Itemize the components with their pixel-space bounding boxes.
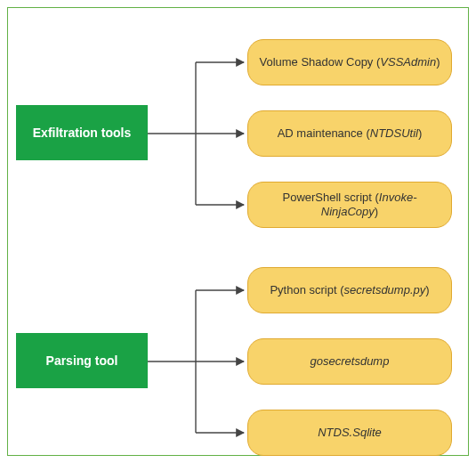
item-text: Volume Shadow Copy (VSSAdmin) xyxy=(259,55,440,69)
category-exfiltration-tools: Exfiltration tools xyxy=(16,105,148,160)
item-invoke-ninjacopy: PowerShell script (Invoke-NinjaCopy) xyxy=(247,182,452,228)
item-text: gosecretsdump xyxy=(311,354,390,369)
item-secretsdump: Python script (secretsdump.py) xyxy=(247,267,452,313)
item-text: PowerShell script (Invoke-NinjaCopy) xyxy=(257,191,442,218)
item-text: NTDS.Sqlite xyxy=(318,426,382,440)
category-label: Exfiltration tools xyxy=(33,126,131,140)
item-ntds-sqlite: NTDS.Sqlite xyxy=(247,410,452,456)
category-parsing-tool: Parsing tool xyxy=(16,333,148,388)
item-text: AD maintenance (NTDSUtil) xyxy=(278,126,423,141)
item-gosecretsdump: gosecretsdump xyxy=(247,338,452,385)
item-text: Python script (secretsdump.py) xyxy=(270,283,429,297)
item-vssadmin: Volume Shadow Copy (VSSAdmin) xyxy=(247,39,452,85)
category-label: Parsing tool xyxy=(46,353,118,368)
item-ntdsutil: AD maintenance (NTDSUtil) xyxy=(247,110,452,157)
